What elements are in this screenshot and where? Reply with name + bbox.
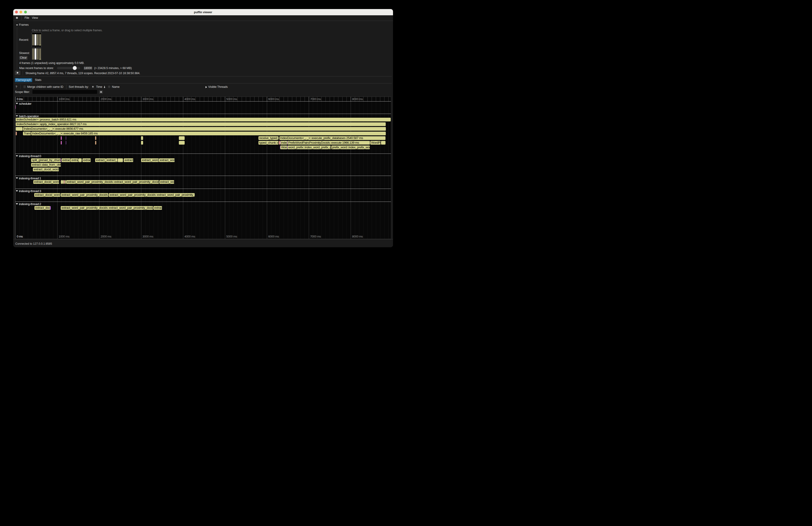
svg-text:PrefixWordPairsProximityDocids: PrefixWordPairsProximityDocids::execute … xyxy=(288,141,359,144)
svg-text:indexing-thread:1: indexing-thread:1 xyxy=(19,177,41,180)
svg-text:indexing-thread:2: indexing-thread:2 xyxy=(19,202,41,206)
svg-text:word_prefix::index_word_prefix: word_prefix::index_word_prefix_docids xyxy=(288,146,338,149)
svg-text:6000 ms: 6000 ms xyxy=(268,97,279,101)
svg-text:IndexScheduler>::apply_index_o: IndexScheduler>::apply_index_operation 8… xyxy=(16,122,87,126)
svg-text:indexing-thread:3: indexing-thread:3 xyxy=(19,189,41,193)
svg-text:5000 ms: 5000 ms xyxy=(226,97,237,101)
svg-text:3000 ms: 3000 ms xyxy=(142,97,153,101)
svg-text:0 ms: 0 ms xyxy=(17,97,23,101)
svg-text:IndexScheduler>::process_batch: IndexScheduler>::process_batch 8953.821 … xyxy=(16,118,76,121)
svg-text:4000 ms: 4000 ms xyxy=(184,97,195,101)
svg-text:IndexDocuments<_, _>::execute_: IndexDocuments<_, _>::execute_raw 8459.1… xyxy=(32,132,98,135)
svg-text:2000 ms: 2000 ms xyxy=(101,235,112,238)
svg-text:batch-operation: batch-operation xyxy=(19,115,39,118)
svg-text:scheduler: scheduler xyxy=(19,102,31,105)
svg-text:8000 ms: 8000 ms xyxy=(352,97,363,101)
svg-text:extract_word_pair_proximity_do: extract_word_pair_proximity_docids::extr… xyxy=(67,180,160,184)
svg-text:7000 ms: 7000 ms xyxy=(310,235,321,238)
svg-text:5000 ms: 5000 ms xyxy=(226,235,237,238)
svg-text:3000 ms: 3000 ms xyxy=(142,235,153,238)
svg-text:indexing-thread:0: indexing-thread:0 xyxy=(19,154,41,158)
svg-text:extract::data_from_obkv: extract::data_from_obkv xyxy=(32,163,63,166)
svg-text:0 ms: 0 ms xyxy=(17,235,23,238)
svg-text:IndexDocuments<_, _>::execute: IndexDocuments<_, _>::execute 8656.677 m… xyxy=(24,127,83,130)
svg-text:7000 ms: 7000 ms xyxy=(310,97,321,101)
svg-text:extract_word_pair_proximity_do: extract_word_pair_proximity_docids::extr… xyxy=(61,206,155,209)
svg-text:6000 ms: 6000 ms xyxy=(268,235,279,238)
svg-text:IndexDocuments<_, _>::execute_: IndexDocuments<_, _>::execute_prefix_dat… xyxy=(280,136,363,140)
svg-text:split_grenad_by_chunks: split_grenad_by_chunks xyxy=(32,158,63,162)
svg-text:1000 ms: 1000 ms xyxy=(59,235,70,238)
svg-text:1000 ms: 1000 ms xyxy=(59,97,70,101)
svg-text:2000 ms: 2000 ms xyxy=(101,97,112,101)
svg-text:8000 ms: 8000 ms xyxy=(352,235,363,238)
svg-text:4000 ms: 4000 ms xyxy=(184,235,195,238)
svg-text:extract_word_pair_proximity_do: extract_word_pair_proximity_docids::extr… xyxy=(110,193,203,196)
